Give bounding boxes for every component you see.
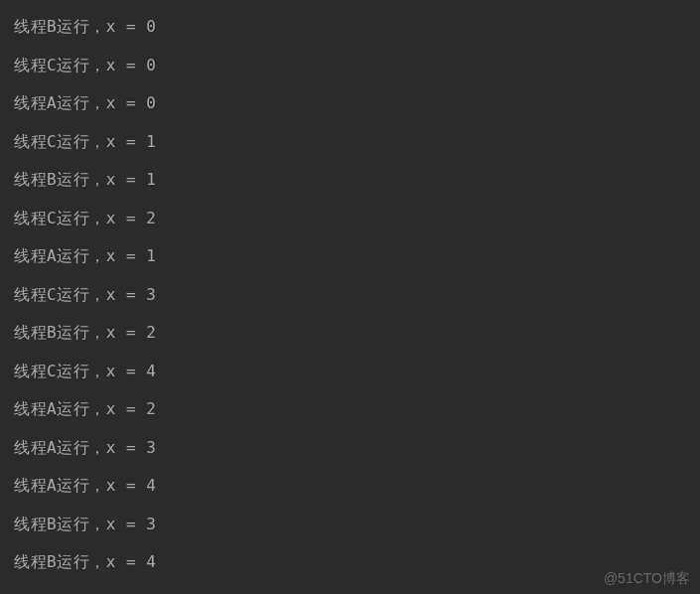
console-line: 线程C运行，x = 3 <box>14 276 686 315</box>
console-line: 线程B运行，x = 0 <box>14 8 686 47</box>
console-line: 线程B运行，x = 3 <box>14 506 686 544</box>
console-line: 线程A运行，x = 0 <box>14 84 686 123</box>
console-line: 线程C运行，x = 0 <box>14 47 686 85</box>
watermark: @51CTO博客 <box>604 570 690 588</box>
console-output: 线程B运行，x = 0 线程C运行，x = 0 线程A运行，x = 0 线程C运… <box>0 0 700 590</box>
console-line: 线程A运行，x = 3 <box>14 429 686 468</box>
console-line: 线程C运行，x = 2 <box>14 200 686 238</box>
console-line: 线程A运行，x = 4 <box>14 467 686 506</box>
console-line: 线程A运行，x = 2 <box>14 390 686 429</box>
console-line: 线程A运行，x = 1 <box>14 237 686 276</box>
console-line: 线程C运行，x = 4 <box>14 353 686 391</box>
console-line: 线程B运行，x = 1 <box>14 161 686 200</box>
console-line: 线程B运行，x = 4 <box>14 543 686 582</box>
console-line: 线程C运行，x = 1 <box>14 123 686 162</box>
console-line: 线程B运行，x = 2 <box>14 314 686 353</box>
